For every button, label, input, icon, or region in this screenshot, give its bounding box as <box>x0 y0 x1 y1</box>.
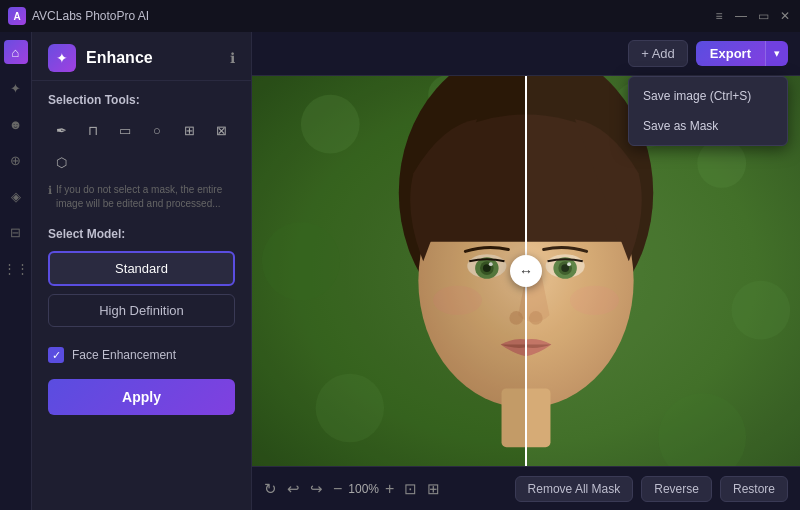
apply-button[interactable]: Apply <box>48 379 235 415</box>
sidebar-content: Selection Tools: ✒ ⊓ ▭ ○ ⊞ ⊠ ⬡ ℹ If you … <box>32 81 251 510</box>
zoom-control: − 100% + <box>333 480 394 498</box>
crop-icon[interactable]: ⊡ <box>404 480 417 498</box>
save-mask-label: Save as Mask <box>643 119 718 133</box>
reverse-btn[interactable]: Reverse <box>641 476 712 502</box>
close-btn[interactable]: ✕ <box>778 9 792 23</box>
puzzle-icon[interactable]: ⊕ <box>4 148 28 172</box>
restore-btn[interactable]: Restore <box>720 476 788 502</box>
export-dropdown: Save image (Ctrl+S) Save as Mask <box>628 76 788 146</box>
divider-handle[interactable]: ↔ <box>510 255 542 287</box>
titlebar-controls[interactable]: ≡ — ▭ ✕ <box>712 9 792 23</box>
main-layout: ⌂ ✦ ☻ ⊕ ◈ ⊟ ⋮⋮ ✦ Enhance ℹ Selection Too… <box>0 32 800 510</box>
auto-tool-btn[interactable]: ⬡ <box>48 149 74 175</box>
home-icon[interactable]: ⌂ <box>4 40 28 64</box>
topbar: + Add Export ▾ <box>252 32 800 76</box>
svg-rect-28 <box>252 76 526 466</box>
sidebar-title: Enhance <box>86 49 153 67</box>
save-image-label: Save image (Ctrl+S) <box>643 89 751 103</box>
enhance-icon: ✦ <box>48 44 76 72</box>
refresh-icon[interactable]: ↻ <box>264 480 277 498</box>
export-button[interactable]: Export <box>696 41 765 66</box>
zoom-level: 100% <box>348 482 379 496</box>
bottom-toolbar: ↻ ↩ ↪ − 100% + ⊡ ⊞ Remove All Mask Rever… <box>252 466 800 510</box>
refine-tool-btn[interactable]: ⊠ <box>208 117 234 143</box>
redo-icon[interactable]: ↪ <box>310 480 323 498</box>
export-btn-wrap: Export ▾ <box>696 41 788 66</box>
maximize-btn[interactable]: ▭ <box>756 9 770 23</box>
save-mask-item[interactable]: Save as Mask <box>629 111 787 141</box>
image-tool-btn[interactable]: ⊞ <box>176 117 202 143</box>
zoom-out-btn[interactable]: − <box>333 480 342 498</box>
face-enhancement-row[interactable]: ✓ Face Enhancement <box>48 347 235 363</box>
save-image-item[interactable]: Save image (Ctrl+S) <box>629 81 787 111</box>
pen-tool-btn[interactable]: ✒ <box>48 117 74 143</box>
bottom-right: Remove All Mask Reverse Restore <box>515 476 788 502</box>
magic-icon[interactable]: ✦ <box>4 76 28 100</box>
selection-tools-label: Selection Tools: <box>48 93 235 107</box>
info-icon[interactable]: ℹ <box>230 50 235 66</box>
bottom-left: ↻ ↩ ↪ − 100% + ⊡ ⊞ <box>264 480 440 498</box>
titlebar: A AVCLabs PhotoPro AI ≡ — ▭ ✕ <box>0 0 800 32</box>
tools-row: ✒ ⊓ ▭ ○ ⊞ ⊠ ⬡ <box>48 117 235 175</box>
sidebar-header: ✦ Enhance ℹ <box>32 32 251 81</box>
layers-icon[interactable]: ⊟ <box>4 220 28 244</box>
fit-icon[interactable]: ⊞ <box>427 480 440 498</box>
sidebar: ✦ Enhance ℹ Selection Tools: ✒ ⊓ ▭ ○ ⊞ ⊠… <box>32 32 252 510</box>
menu-btn[interactable]: ≡ <box>712 9 726 23</box>
enhance2-icon[interactable]: ◈ <box>4 184 28 208</box>
lasso-tool-btn[interactable]: ⊓ <box>80 117 106 143</box>
tools-hint: ℹ If you do not select a mask, the entir… <box>48 183 235 211</box>
minimize-btn[interactable]: — <box>734 9 748 23</box>
hint-text: If you do not select a mask, the entire … <box>56 183 235 211</box>
ellipse-tool-btn[interactable]: ○ <box>144 117 170 143</box>
content-area: + Add Export ▾ Save image (Ctrl+S) Save … <box>252 32 800 510</box>
app-name: AVCLabs PhotoPro AI <box>32 9 149 23</box>
rect-tool-btn[interactable]: ▭ <box>112 117 138 143</box>
remove-mask-btn[interactable]: Remove All Mask <box>515 476 634 502</box>
sidebar-header-left: ✦ Enhance <box>48 44 153 72</box>
titlebar-left: A AVCLabs PhotoPro AI <box>8 7 149 25</box>
select-model-label: Select Model: <box>48 227 235 241</box>
model-section: Select Model: Standard High Definition <box>48 227 235 335</box>
face-enhancement-label: Face Enhancement <box>72 348 176 362</box>
export-chevron-btn[interactable]: ▾ <box>765 41 788 66</box>
hint-icon: ℹ <box>48 184 52 197</box>
hd-model-btn[interactable]: High Definition <box>48 294 235 327</box>
face-enhancement-checkbox[interactable]: ✓ <box>48 347 64 363</box>
add-button[interactable]: + Add <box>628 40 688 67</box>
left-iconbar: ⌂ ✦ ☻ ⊕ ◈ ⊟ ⋮⋮ <box>0 32 32 510</box>
zoom-in-btn[interactable]: + <box>385 480 394 498</box>
undo-icon[interactable]: ↩ <box>287 480 300 498</box>
sliders-icon[interactable]: ⋮⋮ <box>4 256 28 280</box>
standard-model-btn[interactable]: Standard <box>48 251 235 286</box>
face-icon[interactable]: ☻ <box>4 112 28 136</box>
app-icon: A <box>8 7 26 25</box>
